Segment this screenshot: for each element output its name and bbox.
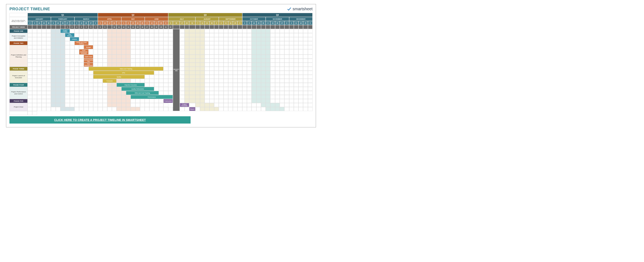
grid-cell	[280, 29, 284, 33]
grid-cell	[303, 55, 308, 59]
grid-cell	[159, 55, 164, 59]
grid-cell	[93, 95, 98, 99]
grid-cell	[266, 29, 270, 33]
grid-cell	[289, 49, 294, 55]
grid-cell	[238, 107, 242, 111]
grid-cell	[189, 49, 196, 55]
grid-cell	[247, 71, 252, 75]
grid-cell	[70, 103, 74, 107]
grid-cell	[37, 33, 42, 37]
grid-cell	[51, 87, 56, 91]
grid-cell	[65, 83, 70, 87]
grid-cell	[103, 37, 107, 41]
grid-cell	[196, 75, 200, 79]
grid-cell	[233, 29, 238, 33]
week-number	[238, 25, 242, 29]
grid-cell	[303, 29, 308, 33]
task-bar[interactable]: Quality Deliverables	[121, 87, 154, 91]
grid-cell	[247, 41, 252, 45]
grid-cell	[294, 29, 298, 33]
task-bar[interactable]: Project Charter	[60, 29, 70, 33]
day-header: 25	[303, 21, 308, 25]
task-bar[interactable]: Effort and Cost Tracking	[126, 91, 159, 95]
task-bar[interactable]: KPIs	[93, 71, 154, 75]
grid-cell	[126, 45, 130, 49]
task-bar[interactable]: Project Punchlist	[180, 103, 189, 107]
task-bar[interactable]: Objective Execution	[116, 83, 145, 87]
grid-cell	[140, 107, 145, 111]
week-number: 22	[168, 25, 173, 29]
grid-cell	[51, 91, 56, 95]
grid-cell	[65, 79, 70, 83]
grid-cell	[266, 107, 270, 111]
task-bar[interactable]: Status and Tracking	[88, 67, 164, 71]
grid-cell	[303, 37, 308, 41]
task-bar[interactable]: Forecasts	[103, 79, 117, 83]
grid-cell	[270, 103, 275, 107]
task-bar[interactable]: Initiation	[70, 37, 79, 41]
grid-cell	[51, 33, 56, 37]
grid-cell	[136, 99, 140, 103]
grid-cell	[121, 79, 126, 83]
day-header: 0	[116, 21, 121, 25]
grid-cell	[308, 75, 312, 79]
grid-cell	[112, 45, 116, 49]
grid-cell	[98, 107, 102, 111]
grid-cell	[298, 83, 303, 87]
grid-cell	[196, 99, 200, 103]
task-bar[interactable]: Budget	[84, 45, 93, 49]
task-bar[interactable]: Scope and Goal Setting	[74, 41, 88, 45]
grid-cell	[238, 87, 242, 91]
grid-cell	[60, 103, 65, 107]
task-bar[interactable]: Plan Review	[65, 33, 74, 37]
grid-cell	[210, 49, 214, 55]
grid-cell	[121, 45, 126, 49]
grid-cell	[200, 55, 205, 59]
task-bar[interactable]: Work Breakdown Schedule	[79, 49, 88, 55]
grid-cell	[242, 29, 247, 33]
task-bar[interactable]: Communication Plan	[84, 59, 93, 63]
grid-cell	[32, 63, 37, 67]
grid-cell	[196, 71, 200, 75]
task-bar[interactable]: Report	[189, 107, 196, 111]
day-header: 30	[46, 21, 51, 25]
task-bar[interactable]: Performance	[130, 95, 173, 99]
task-bar[interactable]: Quality	[93, 75, 145, 79]
week-number	[242, 25, 247, 29]
grid-cell	[252, 75, 256, 79]
grid-cell	[65, 67, 70, 71]
grid-cell	[238, 95, 242, 99]
task-bar[interactable]: Postmortem	[164, 99, 173, 103]
task-bar[interactable]: Gantt Chart	[84, 55, 93, 59]
grid-cell	[56, 33, 60, 37]
week-number: 6	[88, 25, 93, 29]
grid-cell	[65, 99, 70, 103]
grid-cell	[289, 37, 294, 41]
grid-cell	[180, 99, 184, 103]
grid-cell	[93, 41, 98, 45]
grid-cell	[56, 67, 60, 71]
cta-button[interactable]: CLICK HERE TO CREATE A PROJECT TIMELINE …	[10, 116, 190, 123]
grid-cell	[214, 99, 219, 103]
grid-cell	[121, 49, 126, 55]
grid-cell	[116, 41, 121, 45]
brand-logo: smartsheet	[287, 7, 312, 11]
grid-cell	[252, 67, 256, 71]
grid-cell	[261, 37, 266, 41]
grid-cell	[51, 83, 56, 87]
grid-cell	[103, 99, 107, 103]
grid-cell	[270, 79, 275, 83]
day-header: 7	[196, 21, 200, 25]
grid-cell	[200, 83, 205, 87]
grid-cell	[84, 107, 88, 111]
grid-cell	[180, 45, 184, 49]
grid-cell	[32, 99, 37, 103]
grid-cell	[121, 107, 126, 111]
task-bar[interactable]: Risk Management	[84, 63, 93, 67]
grid-cell	[88, 29, 93, 33]
grid-cell	[88, 79, 93, 83]
grid-cell	[84, 91, 88, 95]
grid-cell	[51, 71, 56, 75]
grid-cell	[247, 79, 252, 83]
grid-cell	[284, 63, 289, 67]
